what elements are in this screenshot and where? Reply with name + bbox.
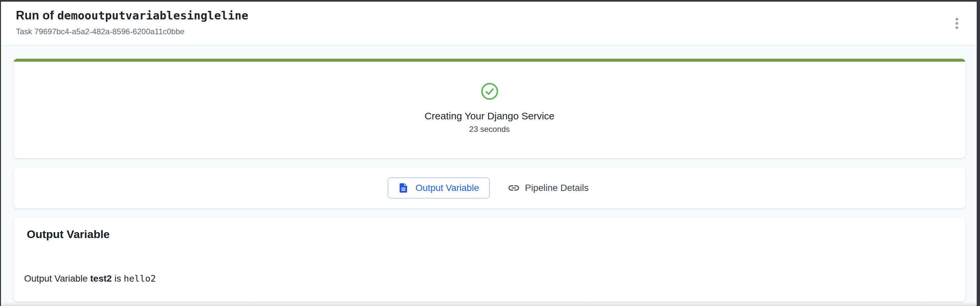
- tab-output-variable-label: Output Variable: [415, 183, 479, 193]
- page-title-run-name: demooutputvariablesingleline: [57, 9, 248, 22]
- status-card: Creating Your Django Service 23 seconds: [14, 59, 966, 158]
- page-header: Run of demooutputvariablesingleline Task…: [1, 2, 977, 46]
- output-line-connector: is: [114, 273, 121, 284]
- kebab-menu-icon[interactable]: [951, 16, 963, 31]
- tab-pipeline-details-label: Pipeline Details: [525, 183, 589, 193]
- status-body: Creating Your Django Service 23 seconds: [14, 62, 966, 158]
- output-variable-value: hello2: [124, 273, 156, 284]
- output-variable-card: Output Variable Output Variable test2 is…: [14, 217, 966, 302]
- kebab-dot: [956, 22, 958, 25]
- output-variable-line: Output Variable test2 is hello2: [24, 272, 966, 285]
- main-content: Creating Your Django Service 23 seconds …: [1, 46, 977, 302]
- status-progress-bar: [14, 59, 966, 62]
- status-duration: 23 seconds: [469, 124, 510, 135]
- page-title-prefix: Run of: [16, 9, 54, 22]
- check-circle-icon: [480, 82, 499, 101]
- output-line-prefix: Output Variable: [24, 273, 88, 284]
- status-title: Creating Your Django Service: [425, 109, 555, 123]
- kebab-dot: [956, 26, 958, 29]
- tab-pipeline-details[interactable]: Pipeline Details: [505, 182, 591, 194]
- output-section-heading: Output Variable: [14, 217, 966, 242]
- tabs-bar: Output Variable Pipeline Details: [14, 168, 966, 208]
- link-icon: [508, 182, 520, 194]
- kebab-dot: [956, 18, 958, 21]
- document-icon: [398, 182, 409, 193]
- output-variable-name: test2: [90, 273, 111, 284]
- run-detail-page: Run of demooutputvariablesingleline Task…: [1, 2, 977, 306]
- tab-output-variable[interactable]: Output Variable: [388, 178, 490, 198]
- page-title: Run of demooutputvariablesingleline: [16, 9, 977, 22]
- task-id-label: Task 79697bc4-a5a2-482a-8596-6200a11c0bb…: [16, 27, 977, 36]
